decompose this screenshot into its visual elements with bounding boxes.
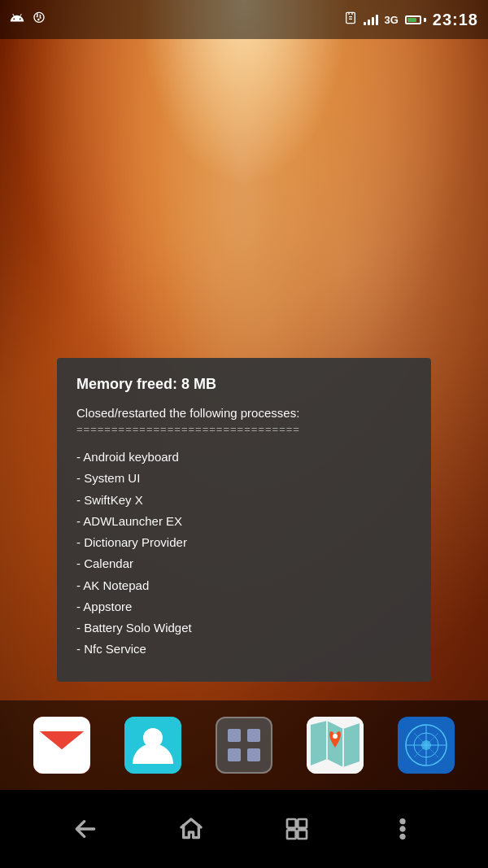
status-clock: 23:18 — [433, 11, 478, 29]
svg-rect-15 — [298, 830, 307, 839]
battery-icon — [405, 15, 426, 24]
list-item: - AK Notepad — [76, 575, 412, 596]
svg-rect-12 — [287, 819, 296, 828]
app-dock: M — [0, 700, 488, 790]
list-item: - Android keyboard — [76, 447, 412, 468]
recent-apps-button[interactable] — [272, 805, 321, 853]
network-type: 3G — [385, 14, 399, 26]
maps-icon[interactable] — [307, 717, 364, 774]
svg-point-17 — [401, 827, 404, 831]
status-left-icons — [10, 11, 46, 28]
popup-card: Memory freed: 8 MB Closed/restarted the … — [57, 358, 431, 682]
list-item: - SwiftKey X — [76, 490, 412, 511]
list-item: - ADWLauncher EX — [76, 511, 412, 532]
home-button[interactable] — [167, 805, 216, 853]
contacts-icon[interactable] — [124, 717, 181, 774]
processes-list: - Android keyboard - System UI - SwiftKe… — [76, 447, 412, 661]
gmail-icon[interactable]: M — [33, 717, 90, 774]
list-item: - Calendar — [76, 553, 412, 574]
signal-icon — [364, 14, 378, 25]
android-icon — [10, 11, 24, 28]
back-button[interactable] — [61, 805, 110, 853]
menu-button[interactable] — [378, 805, 427, 853]
memory-freed-title: Memory freed: 8 MB — [76, 376, 412, 393]
svg-rect-13 — [298, 819, 307, 828]
browser-icon[interactable] — [398, 717, 455, 774]
list-item: - Dictionary Provider — [76, 532, 412, 553]
status-right-icons: 3G 23:18 — [344, 11, 479, 29]
list-item: - System UI — [76, 468, 412, 489]
svg-rect-14 — [287, 830, 296, 839]
nav-bar — [0, 790, 488, 868]
status-bar: 3G 23:18 — [0, 0, 488, 39]
sim-card-icon — [344, 11, 357, 28]
list-item: - Battery Solo Widget — [76, 617, 412, 639]
processes-subtitle: Closed/restarted the following processes… — [76, 406, 412, 420]
list-item: - Nfc Service — [76, 639, 412, 660]
svg-point-5 — [333, 734, 338, 739]
app-grid-icon[interactable] — [216, 717, 272, 774]
list-item: - Appstore — [76, 596, 412, 617]
svg-point-16 — [401, 820, 404, 823]
usb-icon — [33, 11, 46, 28]
separator-line: ================================ — [76, 423, 412, 435]
svg-rect-0 — [346, 12, 355, 23]
svg-point-18 — [401, 835, 404, 838]
